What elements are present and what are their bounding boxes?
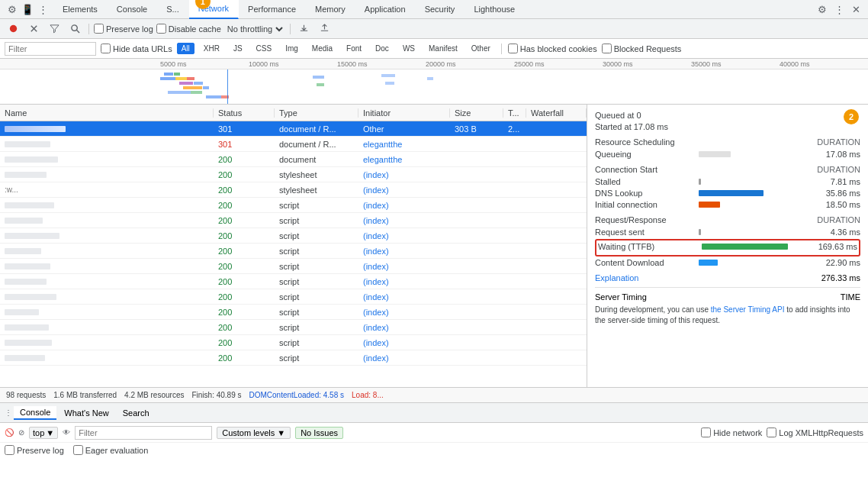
console-clear-icon[interactable]: 🚫: [5, 428, 14, 437]
tab-application[interactable]: Application: [355, 0, 416, 19]
table-row[interactable]: 301 document / R... Other 303 B 2...: [0, 121, 587, 137]
console-tab-console[interactable]: Console: [14, 406, 56, 420]
filter-input[interactable]: [5, 42, 96, 56]
tab-performance[interactable]: Performance: [239, 0, 306, 19]
console-menu-icon[interactable]: ⋮: [5, 408, 12, 417]
tick-1: 5000 ms: [160, 60, 249, 68]
devtools-more-icon[interactable]: ⋮: [37, 3, 49, 15]
table-row[interactable]: 301 document / R... elegantthe: [0, 137, 587, 152]
table-row[interactable]: 200script(index): [0, 228, 587, 244]
table-row[interactable]: 200script(index): [0, 335, 587, 350]
filter-type-other[interactable]: Other: [467, 43, 495, 54]
svg-rect-17: [317, 83, 324, 86]
svg-rect-8: [179, 82, 193, 85]
blocked-requests-checkbox[interactable]: Blocked Requests: [602, 44, 682, 53]
preserve-log-checkbox[interactable]: Preserve log: [94, 24, 153, 34]
svg-rect-7: [187, 77, 194, 80]
settings-icon[interactable]: ⚙: [816, 3, 828, 15]
row-name: [0, 233, 214, 239]
filter-type-all[interactable]: All: [177, 43, 194, 54]
table-row[interactable]: 200 stylesheet (index): [0, 167, 587, 182]
custom-levels-button[interactable]: Custom levels ▼: [217, 427, 291, 439]
filter-type-css[interactable]: CSS: [252, 43, 277, 54]
log-xml-checkbox[interactable]: Log XMLHttpRequests: [767, 428, 863, 437]
ttfb-row: Waiting (TTFB) 169.63 ms: [598, 242, 857, 251]
console-tab-whatsnew[interactable]: What's New: [58, 407, 114, 419]
filter-type-ws[interactable]: WS: [398, 43, 420, 54]
explanation-link[interactable]: Explanation: [595, 273, 639, 282]
tab-memory[interactable]: Memory: [306, 0, 355, 19]
table-row[interactable]: 200script(index): [0, 289, 587, 305]
console-eye-icon[interactable]: 👁: [63, 428, 70, 437]
customize-icon[interactable]: ⋮: [833, 3, 845, 15]
timeline-content[interactable]: [0, 69, 868, 105]
table-row[interactable]: 200script(index): [0, 259, 587, 274]
export-icon: [320, 24, 330, 34]
timeline-cursor[interactable]: [227, 69, 228, 105]
table-row[interactable]: 200 document elegantthe: [0, 152, 587, 167]
tab-lighthouse[interactable]: Lighthouse: [465, 0, 525, 19]
console-tab-search[interactable]: Search: [117, 407, 156, 419]
request-sent-label: Request sent: [595, 227, 694, 237]
stalled-bar-container: [699, 179, 806, 185]
filter-type-xhr[interactable]: XHR: [199, 43, 224, 54]
step2-badge: 2: [844, 109, 860, 124]
tab-elements[interactable]: Elements: [53, 0, 108, 19]
table-row[interactable]: 200script(index): [0, 274, 587, 289]
svg-rect-5: [160, 77, 175, 80]
col-type: Type: [275, 108, 358, 118]
tab-security[interactable]: Security: [416, 0, 465, 19]
row-initiator: (index): [358, 292, 450, 302]
console-filter-input[interactable]: [75, 426, 212, 440]
hide-data-urls-checkbox[interactable]: Hide data URLs: [101, 44, 172, 53]
eager-eval-checkbox[interactable]: Eager evaluation: [73, 445, 149, 455]
throttling-select[interactable]: No throttling: [224, 24, 285, 34]
filter-type-manifest[interactable]: Manifest: [424, 43, 462, 54]
filter-toggle-button[interactable]: [46, 22, 63, 35]
filter-type-js[interactable]: JS: [229, 43, 247, 54]
devtools-inspect-icon[interactable]: ⚙: [6, 3, 18, 15]
console-filter-icon[interactable]: ⊘: [18, 428, 24, 437]
import-button[interactable]: [295, 22, 313, 35]
table-row[interactable]: 200script(index): [0, 244, 587, 259]
connection-start-section: Connection Start DURATION Stalled 7.81 m…: [595, 165, 860, 209]
table-row[interactable]: 200script(index): [0, 305, 587, 320]
tab-network[interactable]: 1 Network: [189, 0, 239, 19]
has-blocked-cookies-checkbox[interactable]: Has blocked cookies: [508, 44, 597, 53]
content-download-value: 22.90 ms: [811, 258, 860, 267]
hide-network-checkbox[interactable]: Hide network: [701, 428, 762, 437]
row-status: 200: [214, 155, 275, 164]
filter-type-font[interactable]: Font: [342, 43, 366, 54]
no-issues-button[interactable]: No Issues: [295, 427, 343, 439]
filter-type-media[interactable]: Media: [307, 43, 337, 54]
server-timing-api-link[interactable]: the Server Timing API: [711, 305, 785, 314]
dom-content-loaded: DOMContentLoaded: 4.58 s: [249, 391, 345, 399]
row-initiator: (index): [358, 308, 450, 317]
preserve-log-bottom-checkbox[interactable]: Preserve log: [5, 445, 64, 455]
bottom-options-bar: Preserve log Eager evaluation: [0, 442, 868, 457]
content-download-label: Content Download: [595, 258, 694, 267]
clear-button[interactable]: [25, 22, 43, 35]
svg-rect-3: [164, 73, 173, 76]
tab-console[interactable]: Console: [108, 0, 157, 19]
tab-sources[interactable]: S...: [157, 0, 189, 19]
table-row[interactable]: 200script(index): [0, 350, 587, 366]
table-row[interactable]: 200script(index): [0, 320, 587, 335]
table-row[interactable]: 200script(index): [0, 213, 587, 228]
row-status: 200: [214, 338, 275, 347]
top-selector[interactable]: top ▼: [29, 427, 58, 439]
filter-type-img[interactable]: Img: [281, 43, 303, 54]
request-sent-row: Request sent 4.36 ms: [595, 227, 860, 237]
disable-cache-checkbox[interactable]: Disable cache: [156, 24, 221, 34]
record-icon: [8, 24, 18, 34]
close-devtools-icon[interactable]: ✕: [850, 3, 862, 15]
main-area: Name Status Type Initiator Size T... Wat…: [0, 105, 868, 387]
table-row[interactable]: :w... 200 stylesheet (index): [0, 182, 587, 198]
filter-type-doc[interactable]: Doc: [371, 43, 394, 54]
table-row[interactable]: 200script(index): [0, 198, 587, 213]
search-button[interactable]: [66, 22, 84, 35]
export-button[interactable]: [316, 22, 333, 35]
devtools-device-icon[interactable]: 📱: [21, 3, 34, 15]
record-button[interactable]: [5, 22, 22, 35]
finish-time: Finish: 40.89 s: [191, 391, 241, 399]
